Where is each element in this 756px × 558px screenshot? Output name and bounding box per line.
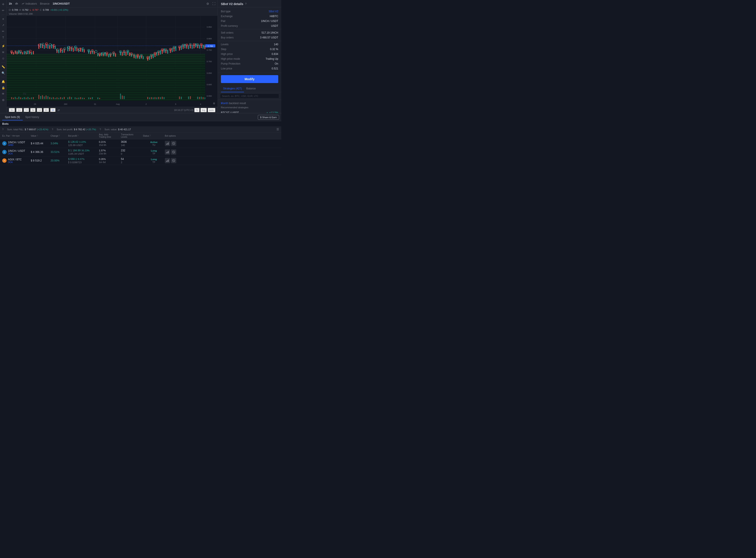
tab-strategies[interactable]: Strategies (427) xyxy=(221,85,244,92)
tf-1d[interactable]: 1d xyxy=(37,108,43,112)
tx-cell: 54 2 xyxy=(121,157,143,164)
low-price-label: Low price xyxy=(221,67,232,70)
svg-text:0.650: 0.650 xyxy=(207,72,212,74)
svg-rect-85 xyxy=(94,51,95,54)
chart-action-btn[interactable] xyxy=(165,141,170,146)
tf-7d[interactable]: 7d xyxy=(24,108,29,112)
svg-rect-214 xyxy=(60,97,61,99)
tf-1m[interactable]: 1m xyxy=(16,108,22,112)
svg-rect-76 xyxy=(75,46,76,51)
compare-icon[interactable]: ⇄ xyxy=(57,108,60,111)
col-avg: Avg. dailyTrading time xyxy=(99,133,121,138)
actions-cell xyxy=(165,141,279,146)
emoji-tool[interactable]: ☺ xyxy=(1,56,6,61)
tx-cell: 232 0 xyxy=(121,149,143,155)
auto-btn[interactable]: auto xyxy=(208,108,216,112)
svg-rect-95 xyxy=(115,53,116,57)
zoom-tool[interactable]: 🔍 xyxy=(1,71,6,75)
draw-tool[interactable]: ✏ xyxy=(1,29,6,34)
settings-tool[interactable]: ⚙ xyxy=(1,98,6,102)
crosshair-tool[interactable]: ✛ xyxy=(1,2,6,7)
svg-rect-236 xyxy=(151,97,152,99)
fullscreen-icon[interactable]: ⛶ xyxy=(212,2,216,5)
help-icon[interactable]: ? xyxy=(245,2,247,5)
stop-action-btn[interactable] xyxy=(171,158,176,163)
svg-rect-115 xyxy=(158,51,159,55)
svg-rect-77 xyxy=(76,47,77,51)
svg-rect-273 xyxy=(167,143,168,145)
svg-text:0.850: 0.850 xyxy=(207,26,212,28)
percent-btn[interactable]: % xyxy=(194,108,200,112)
svg-rect-81 xyxy=(84,49,84,52)
tf-3m[interactable]: 3m xyxy=(9,108,15,112)
tab-spot-history[interactable]: Spot history xyxy=(23,114,42,120)
right-panel: SBot V2 details ? Bot type SBot V2 Excha… xyxy=(218,0,281,113)
svg-text:0.789: 0.789 xyxy=(208,45,213,47)
ohlc-icon[interactable] xyxy=(15,2,19,5)
svg-rect-87 xyxy=(99,54,100,56)
svg-rect-56 xyxy=(33,51,34,54)
stop-action-btn[interactable] xyxy=(171,149,176,155)
tf-1h[interactable]: 1h xyxy=(50,108,56,112)
svg-rect-238 xyxy=(154,97,155,99)
svg-text:0.550: 0.550 xyxy=(207,95,212,97)
value-cell: $ 4 025.44 xyxy=(31,142,51,145)
step-label: Step xyxy=(221,48,226,51)
volume-row: Volume SMA 9 82.28K xyxy=(7,12,218,16)
svg-rect-229 xyxy=(97,98,98,99)
indicators-button[interactable]: Indicators xyxy=(22,2,37,5)
lines-tool[interactable]: ≡ xyxy=(1,17,6,21)
svg-rect-83 xyxy=(90,51,91,54)
svg-rect-212 xyxy=(56,98,57,99)
svg-rect-101 xyxy=(129,52,130,56)
high-price-mode-label: High price mode xyxy=(221,57,240,60)
strategy-search-input[interactable] xyxy=(220,94,279,98)
lock-tool[interactable]: 🔒 xyxy=(1,85,6,90)
tf-6h[interactable]: 6h xyxy=(43,108,49,112)
tab-spot-bots[interactable]: Spot bots (9) xyxy=(2,114,23,120)
pump-protection-val: On xyxy=(275,62,278,65)
ruler-tool[interactable]: 📏 xyxy=(1,65,6,69)
profit-currency-val: USDT xyxy=(271,24,278,27)
svg-rect-206 xyxy=(46,96,47,99)
pencil-tool[interactable]: ✏ xyxy=(1,8,6,13)
svg-rect-94 xyxy=(113,52,114,56)
patterns-tool[interactable]: ⚡ xyxy=(1,44,6,48)
pair-val: 1INCH / USDT xyxy=(261,20,278,23)
pair-icon: 1 xyxy=(2,141,7,146)
svg-rect-210 xyxy=(53,97,54,99)
log-btn[interactable]: log xyxy=(200,108,207,112)
share-earn-button[interactable]: $ Share & Earn xyxy=(258,115,279,120)
svg-rect-230 xyxy=(99,98,100,99)
sum-pnl-val: $ 7 668.67 xyxy=(25,128,36,131)
svg-rect-90 xyxy=(105,52,105,56)
arrow-tool[interactable]: ↗ xyxy=(1,23,6,27)
svg-rect-51 xyxy=(24,51,25,54)
chart-action-btn[interactable] xyxy=(165,158,170,163)
filter-icon[interactable]: ☰ xyxy=(276,128,279,131)
backtest-title: Month backtest result xyxy=(221,102,278,105)
svg-rect-247 xyxy=(190,96,191,99)
svg-rect-189 xyxy=(11,97,12,99)
chart-action-btn[interactable] xyxy=(165,149,170,155)
svg-rect-216 xyxy=(64,97,65,99)
change-cell: 3.04% xyxy=(51,142,68,145)
svg-line-286 xyxy=(173,160,175,161)
svg-rect-274 xyxy=(168,142,169,145)
svg-text:2: 2 xyxy=(146,103,147,105)
status-badge: Long TP xyxy=(143,158,165,163)
svg-rect-193 xyxy=(19,97,19,99)
text-tool[interactable]: T xyxy=(1,35,6,40)
stop-action-btn[interactable] xyxy=(171,141,176,146)
strategy-item[interactable]: BTCST / USDT▲ +13.5% xyxy=(221,110,278,113)
alert-tool[interactable]: 🔔 xyxy=(1,79,6,84)
tf-3d[interactable]: 3d xyxy=(30,108,36,112)
tab-balance[interactable]: Balance xyxy=(244,85,258,92)
eye-tool[interactable]: 👁 xyxy=(1,92,6,96)
svg-text:260: 260 xyxy=(64,103,68,105)
svg-rect-227 xyxy=(90,98,91,99)
timeframe-label[interactable]: 1h xyxy=(9,2,12,5)
measure-tool[interactable]: ≋ xyxy=(1,50,6,54)
settings-icon[interactable]: ⚙ xyxy=(206,2,209,5)
modify-button[interactable]: Modify xyxy=(221,75,278,83)
